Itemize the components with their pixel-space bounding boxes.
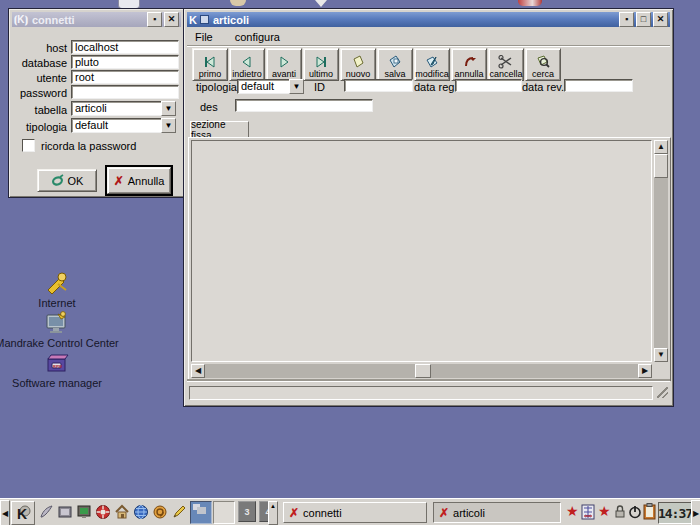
- connetti-titlebar[interactable]: ⦗K⦘ connetti ▪ ✕: [12, 12, 181, 27]
- id-field[interactable]: [344, 79, 413, 92]
- first-record-icon: [202, 55, 218, 69]
- horizontal-scroll-thumb[interactable]: [415, 364, 431, 378]
- panel-hide-left-icon[interactable]: ◀: [0, 500, 10, 525]
- annulla-button[interactable]: ✗ Annulla: [107, 167, 171, 194]
- panel-hide-right-icon[interactable]: ▶: [691, 500, 700, 525]
- tabella-combo-arrow-icon[interactable]: ▼: [161, 101, 176, 116]
- cerca-button[interactable]: cerca: [525, 48, 561, 81]
- desktop-icon-software-manager[interactable]: RPM Software manager: [0, 350, 122, 389]
- tray-lock[interactable]: [613, 504, 627, 520]
- salva-button[interactable]: salva: [377, 48, 413, 81]
- k-menu-icon: K: [14, 504, 32, 522]
- ok-icon: [51, 174, 64, 187]
- vertical-scrollbar[interactable]: ▲ ▼: [654, 140, 668, 362]
- data-reg-field[interactable]: [455, 79, 522, 92]
- tabella-combobox[interactable]: articoli: [71, 101, 166, 116]
- tipologia-combobox[interactable]: default: [71, 118, 166, 133]
- last-record-icon: [313, 55, 329, 69]
- lock-icon: [613, 504, 627, 520]
- field-label-utente: utente: [13, 72, 67, 84]
- taskbar-clock[interactable]: 14:37: [658, 502, 692, 524]
- tray-power[interactable]: [628, 504, 642, 520]
- quick-launch-help[interactable]: [95, 504, 111, 520]
- desktop-icon-mandrake-control-center[interactable]: Mandrake Control Center: [0, 310, 122, 349]
- cancella-button[interactable]: cancella: [488, 48, 524, 81]
- utente-field[interactable]: [71, 70, 179, 84]
- articoli-titlebar[interactable]: K articoli ▪ □ ✕: [187, 12, 670, 27]
- data-rev-field[interactable]: [564, 79, 633, 92]
- k-menu-button[interactable]: K: [11, 501, 35, 525]
- scroll-down-icon[interactable]: ▼: [654, 348, 668, 362]
- modifica-button[interactable]: modifica: [414, 48, 450, 81]
- vertical-scroll-thumb[interactable]: [654, 154, 668, 178]
- tray-star-2[interactable]: ★: [598, 503, 611, 519]
- field-label-host: host: [13, 42, 67, 54]
- tipologia-combo-arrow-icon[interactable]: ▼: [161, 118, 176, 133]
- password-field[interactable]: [71, 85, 179, 99]
- field-label-tipologia: tipologia: [13, 121, 67, 133]
- checkbox-box[interactable]: [22, 139, 35, 152]
- ok-button[interactable]: OK: [37, 169, 97, 192]
- tipologia-combobox[interactable]: default: [237, 79, 294, 94]
- close-icon[interactable]: ✕: [164, 12, 179, 27]
- scroll-right-icon[interactable]: ▶: [638, 364, 652, 378]
- desktop-icon-internet[interactable]: Internet: [0, 270, 122, 309]
- pager-desktop-2[interactable]: [213, 501, 235, 524]
- taskbar-button-connetti[interactable]: ✗ connetti: [283, 502, 427, 523]
- annulla-toolbar-button[interactable]: annulla: [451, 48, 487, 81]
- partial-desktop-icon[interactable]: [230, 0, 246, 6]
- quick-launch-mail[interactable]: [152, 504, 168, 520]
- scroll-content[interactable]: [191, 140, 652, 362]
- clipboard-icon: [643, 503, 656, 520]
- svg-text:K: K: [17, 506, 27, 522]
- tab-page: ▲ ▼ ◀ ▶: [188, 137, 671, 381]
- primo-button[interactable]: primo: [192, 48, 228, 81]
- host-field[interactable]: [71, 40, 179, 54]
- toolbar: primo indietro avanti ultimo nuovo salva: [192, 48, 561, 83]
- sticky-pin-icon[interactable]: [200, 15, 209, 24]
- previous-record-icon: [239, 55, 255, 69]
- quick-launch-browser[interactable]: [133, 504, 149, 520]
- tipologia-combo-arrow-icon[interactable]: ▼: [289, 79, 304, 94]
- pager-desktop-3[interactable]: 3: [238, 501, 256, 522]
- k-app-icon: K: [189, 14, 197, 26]
- maximize-icon[interactable]: □: [636, 12, 651, 27]
- des-field[interactable]: [235, 99, 373, 112]
- field-label-tabella: tabella: [13, 104, 67, 116]
- taskbar-button-articoli[interactable]: ✗ articoli: [433, 502, 561, 523]
- quick-launch-home[interactable]: [114, 504, 130, 520]
- scroll-left-icon[interactable]: ◀: [191, 364, 205, 378]
- nuovo-button[interactable]: nuovo: [340, 48, 376, 81]
- taskbar-button-label: articoli: [453, 507, 485, 519]
- quick-launch-editor[interactable]: [171, 504, 187, 520]
- menu-configura[interactable]: configura: [235, 31, 280, 43]
- scroll-up-icon[interactable]: ▲: [654, 140, 668, 154]
- undo-icon: [461, 55, 477, 69]
- pager-desktop-1[interactable]: [190, 501, 212, 524]
- partial-desktop-icon[interactable]: [315, 0, 327, 7]
- quick-launch-terminal[interactable]: [76, 504, 92, 520]
- tipologia-label: tipologia: [196, 81, 237, 93]
- tray-star-1[interactable]: ★: [566, 503, 579, 519]
- checkbox-label: ricorda la password: [41, 140, 136, 152]
- resize-grip[interactable]: [657, 387, 668, 398]
- partial-desktop-icon[interactable]: [518, 0, 542, 6]
- panel-applet-handle[interactable]: ▲: [268, 501, 278, 525]
- remember-password-checkbox[interactable]: ricorda la password: [22, 139, 136, 152]
- tray-clipboard[interactable]: [643, 503, 656, 520]
- statusbar: [187, 381, 670, 402]
- close-icon[interactable]: ✕: [653, 12, 668, 27]
- menu-file[interactable]: File: [195, 31, 213, 43]
- desktop-icon-label: Internet: [38, 297, 75, 309]
- quick-launch-quill[interactable]: [38, 504, 54, 520]
- tray-keyboard-layout[interactable]: [581, 504, 595, 520]
- indietro-button[interactable]: indietro: [229, 48, 265, 81]
- avanti-button[interactable]: avanti: [266, 48, 302, 81]
- tab-sezione-fissa[interactable]: sezione fissa: [190, 121, 249, 138]
- database-field[interactable]: [71, 55, 179, 69]
- minimize-icon[interactable]: ▪: [619, 12, 634, 27]
- minimize-icon[interactable]: ▪: [147, 12, 162, 27]
- ultimo-button[interactable]: ultimo: [303, 48, 339, 81]
- quick-launch-window-list[interactable]: [57, 504, 73, 520]
- horizontal-scrollbar[interactable]: ◀ ▶: [191, 364, 652, 378]
